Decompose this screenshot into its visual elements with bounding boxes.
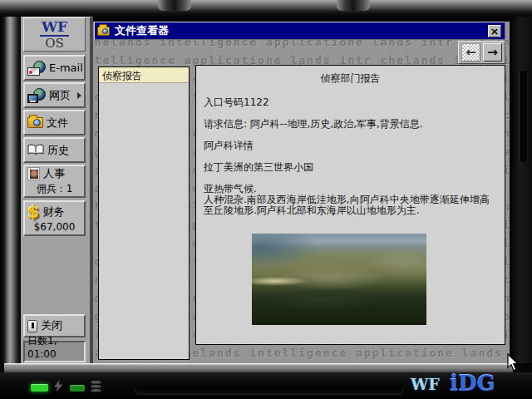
submenu-arrow-icon <box>77 92 81 99</box>
history-label: 历史 <box>47 143 69 158</box>
finance-label: 财务 <box>43 204 65 219</box>
files-label: 文件 <box>47 116 68 131</box>
web-globe-icon <box>27 88 46 103</box>
personnel-label: 人事 <box>43 166 65 181</box>
report-line: 人种混杂.南部及西海岸低洼地形,向阿卢科中央地带逐渐延伸增高至丘陵地形.阿卢科北… <box>204 195 497 216</box>
screen-bottom-edge <box>4 363 513 372</box>
sidebar-item-personnel[interactable]: 人事 佣兵：1 <box>23 165 86 198</box>
report-line: 请求信息: 阿卢科--地理,历史,政治,军事,背景信息. <box>204 119 497 130</box>
file-viewer-titlebar[interactable]: 文件查看器 × <box>94 22 505 40</box>
sidebar-item-history[interactable]: 历史 <box>23 137 86 163</box>
dollar-icon: $ <box>27 204 40 220</box>
lightning-icon <box>53 380 64 392</box>
os-logo-wf: WF <box>40 20 69 37</box>
bezel-latch <box>519 71 528 162</box>
power-led <box>31 384 48 392</box>
chassis-idg-logo: iDG <box>450 371 495 396</box>
clock-text: 日数1, 01:00 <box>27 334 81 360</box>
aerial-coastal-photo <box>252 234 426 325</box>
report-panel: 侦察部门报告 入口号码1122 请求信息: 阿卢科--地理,历史,政治,军事,背… <box>195 65 505 345</box>
list-item-recon-report[interactable]: 侦察报告 <box>99 67 189 83</box>
bezel-left <box>0 17 21 363</box>
open-book-icon <box>27 144 44 156</box>
report-line: 阿卢科详情 <box>204 140 497 151</box>
back-button[interactable]: ← <box>461 43 480 62</box>
disk-led <box>70 385 85 392</box>
hinge-right <box>337 0 370 11</box>
power-switch-icon <box>27 320 37 332</box>
file-list-panel: 侦察报告 <box>98 66 190 360</box>
left-arrow-icon: ← <box>466 47 476 59</box>
disk-stack-icon <box>91 381 101 392</box>
finance-balance: $67,000 <box>27 221 81 233</box>
email-label: E-mail <box>49 62 83 74</box>
os-logo: WF OS <box>23 17 86 52</box>
nav-panel: ← → <box>458 41 505 64</box>
photo-portrait-icon <box>27 167 40 180</box>
media-slot <box>135 387 403 395</box>
hinge-left <box>158 0 191 11</box>
os-logo-os: OS <box>45 37 64 50</box>
chassis-wf-logo: WF <box>411 375 440 393</box>
close-button[interactable]: × <box>488 25 501 37</box>
email-globe-icon <box>27 61 46 76</box>
report-line: 入口号码1122 <box>204 97 497 108</box>
report-line: 拉丁美洲的第三世界小国 <box>204 162 497 173</box>
window-title: 文件查看器 <box>115 23 169 38</box>
report-title: 侦察部门报告 <box>204 71 497 86</box>
sidebar-item-finance[interactable]: $ 财务 $67,000 <box>23 200 86 236</box>
laptop-frame: chelands intelligence applicatione lands… <box>0 0 532 399</box>
forward-button[interactable]: → <box>483 43 502 62</box>
folder-magnifier-icon <box>97 27 110 36</box>
sidebar-item-email[interactable]: E-mail <box>23 55 86 81</box>
folder-magnifier-icon <box>27 117 43 128</box>
close-icon: × <box>490 26 500 37</box>
sidebar-item-files[interactable]: 文件 <box>23 110 86 135</box>
bezel-right <box>510 17 532 363</box>
game-clock: 日数1, 01:00 <box>23 341 86 362</box>
right-arrow-icon: → <box>487 47 498 59</box>
shutdown-label: 关闭 <box>41 318 62 333</box>
mercenary-count: 佣兵：1 <box>27 182 81 196</box>
mouse-cursor <box>506 353 520 372</box>
web-label: 网页 <box>49 88 71 103</box>
sidebar-item-web[interactable]: 网页 <box>23 82 86 108</box>
